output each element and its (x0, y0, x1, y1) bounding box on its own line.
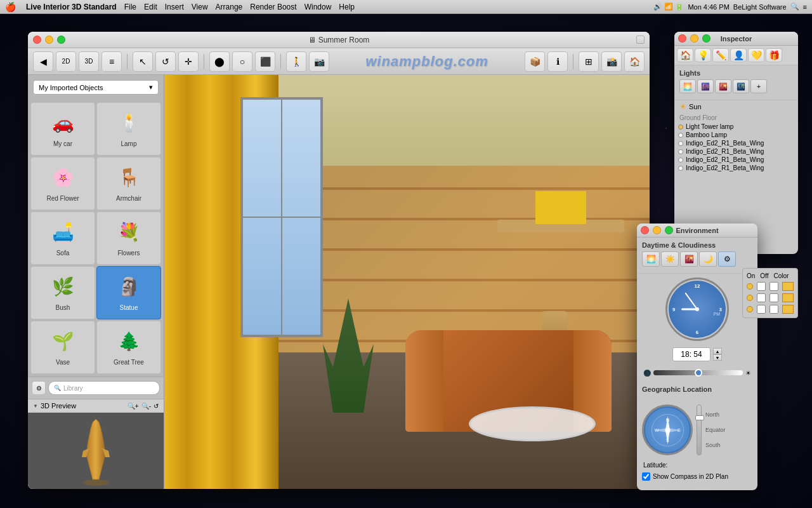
object-red-flower[interactable]: 🌸 Red Flower (30, 157, 95, 210)
color-swatch-3[interactable] (782, 305, 794, 314)
menu-insert[interactable]: Insert (165, 3, 184, 11)
move-tool[interactable]: ✛ (178, 51, 199, 72)
object-great-tree[interactable]: 🌲 Great Tree (96, 321, 161, 374)
sun-item[interactable]: ☀ Sun (674, 100, 798, 113)
inspector-zoom[interactable] (702, 34, 710, 43)
photo-button[interactable]: 📸 (601, 51, 622, 72)
zoom-in-icon[interactable]: 🔍+ (128, 403, 139, 410)
off-check-3[interactable] (769, 305, 778, 314)
zoom-out-icon[interactable]: 🔍- (141, 403, 151, 410)
env-day-btn[interactable]: ☀️ (661, 251, 679, 267)
light-item-1[interactable]: Bamboo Lamp (677, 131, 796, 139)
svg-text:W: W (655, 428, 659, 432)
light-btn-2[interactable]: 🌆 (697, 79, 714, 93)
color-swatch-1[interactable] (782, 282, 794, 291)
time-increment[interactable]: ▲ (713, 348, 722, 354)
time-field[interactable] (672, 347, 710, 361)
light-btn-add[interactable]: + (750, 79, 767, 93)
apple-menu[interactable]: 🍎 (5, 2, 16, 12)
menu-render-boost[interactable]: Render Boost (250, 3, 296, 11)
env-night-btn[interactable]: 🌙 (699, 251, 717, 267)
light-item-4[interactable]: Indigo_Ed2_R1_Beta_Wing (677, 156, 796, 164)
inspector-btn-5[interactable]: 💛 (748, 48, 764, 62)
light-item-3[interactable]: Indigo_Ed2_R1_Beta_Wing (677, 147, 796, 156)
light-btn-3[interactable]: 🌇 (715, 79, 731, 93)
collapse-icon[interactable]: ▼ (33, 403, 38, 409)
on-check-3[interactable] (757, 305, 766, 314)
object-my-car[interactable]: 🚗 My car (30, 102, 95, 156)
compass-checkbox[interactable] (642, 472, 650, 481)
floor-plan-button[interactable]: ⊞ (579, 51, 599, 72)
home-button[interactable]: 🏠 (624, 51, 645, 72)
search-icon[interactable]: 🔍 (790, 3, 799, 11)
inspector-close[interactable] (678, 34, 686, 43)
info-button[interactable]: ℹ (547, 51, 568, 72)
menu-extras-icon[interactable]: ≡ (803, 3, 807, 11)
menu-help[interactable]: Help (339, 3, 355, 11)
object-bush[interactable]: 🌿 Bush (30, 266, 95, 319)
on-check-2[interactable] (757, 293, 766, 302)
main-window: 🖥 Summer Room ◀ 2D 3D ≡ ↖ ↺ ✛ ⬤ ○ ⬛ 🚶 📷 … (28, 32, 650, 489)
object-statue[interactable]: 🗿 Statue (96, 266, 161, 319)
object-tool[interactable]: 📦 (525, 51, 545, 72)
inspector-minimize[interactable] (690, 34, 698, 43)
settings-button[interactable]: ⚙ (32, 381, 46, 395)
env-traffic-lights (641, 226, 673, 234)
person-tool[interactable]: 🚶 (286, 51, 306, 72)
light-item-2[interactable]: Indigo_Ed2_R1_Beta_Wing (677, 139, 796, 147)
geo-section: Geographic Location (637, 382, 757, 399)
view-2d-button[interactable]: 2D (56, 51, 76, 72)
objects-dropdown[interactable]: My Imported Objects ▾ (33, 80, 159, 95)
object-sofa[interactable]: 🛋️ Sofa (30, 211, 95, 265)
back-button[interactable]: ◀ (33, 51, 53, 72)
env-dusk-btn[interactable]: 🌇 (680, 251, 698, 267)
env-dawn-btn[interactable]: 🌅 (642, 251, 660, 267)
window-titlebar: 🖥 Summer Room (28, 32, 650, 48)
env-zoom[interactable] (665, 226, 673, 234)
env-minimize[interactable] (653, 226, 661, 234)
inspector-btn-1[interactable]: 🏠 (677, 48, 693, 62)
menu-arrange[interactable]: Arrange (216, 3, 243, 11)
object-vase[interactable]: 🌱 Vase (30, 321, 95, 374)
inspector-btn-6[interactable]: 🎁 (766, 48, 782, 62)
menu-edit[interactable]: Edit (144, 3, 157, 11)
close-button[interactable] (33, 36, 41, 44)
env-custom-btn[interactable]: ⚙ (718, 251, 736, 267)
menu-view[interactable]: View (192, 3, 208, 11)
object-armchair[interactable]: 🪑 Armchair (96, 157, 161, 210)
on-check-1[interactable] (757, 282, 766, 291)
inspector-btn-4[interactable]: 👤 (730, 48, 747, 62)
menu-file[interactable]: File (124, 3, 136, 11)
light-btn-4[interactable]: 🌃 (733, 79, 749, 93)
env-close[interactable] (641, 226, 649, 234)
sphere-tool[interactable]: ⬤ (209, 51, 230, 72)
color-swatch-2[interactable] (782, 293, 794, 302)
camera-tool[interactable]: 📷 (309, 51, 329, 72)
latitude-slider-track[interactable] (697, 404, 702, 455)
window-zoom-button[interactable] (636, 36, 645, 44)
off-check-2[interactable] (769, 293, 778, 302)
brightness-slider[interactable] (653, 370, 743, 375)
view-3d-button[interactable]: 3D (79, 51, 99, 72)
menu-window[interactable]: Window (304, 3, 332, 11)
rotate-tool[interactable]: ↺ (155, 51, 176, 72)
light-item-5[interactable]: Indigo_Ed2_R1_Beta_Wing (677, 164, 796, 172)
rect-tool[interactable]: ⬛ (255, 51, 275, 72)
view-list-button[interactable]: ≡ (102, 51, 122, 72)
search-box[interactable]: 🔍 Library (48, 381, 160, 395)
off-check-1[interactable] (769, 282, 778, 291)
light-item-0[interactable]: Light Tower lamp (677, 123, 796, 131)
inspector-btn-3[interactable]: ✏️ (712, 48, 729, 62)
maximize-button[interactable] (57, 36, 65, 44)
circle-tool[interactable]: ○ (232, 51, 252, 72)
toolbar: ◀ 2D 3D ≡ ↖ ↺ ✛ ⬤ ○ ⬛ 🚶 📷 winampblog.com… (28, 48, 650, 75)
time-decrement[interactable]: ▼ (713, 354, 722, 361)
minimize-button[interactable] (45, 36, 53, 44)
select-tool[interactable]: ↖ (133, 51, 153, 72)
object-lamp[interactable]: 🕯️ Lamp (96, 102, 161, 156)
svg-point-0 (83, 479, 108, 486)
refresh-icon[interactable]: ↺ (154, 403, 159, 410)
light-btn-1[interactable]: 🌅 (679, 79, 696, 93)
inspector-btn-2[interactable]: 💡 (695, 48, 711, 62)
object-flowers[interactable]: 💐 Flowers (96, 211, 161, 265)
